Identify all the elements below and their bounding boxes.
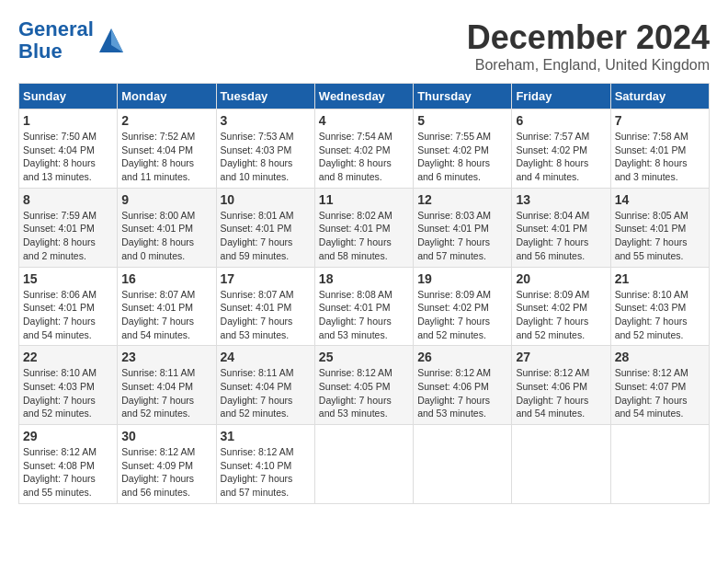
header-row: Sunday Monday Tuesday Wednesday Thursday…: [19, 84, 710, 109]
table-row: 29Sunrise: 8:12 AMSunset: 4:08 PMDayligh…: [19, 425, 118, 504]
table-row: 19Sunrise: 8:09 AMSunset: 4:02 PMDayligh…: [414, 267, 512, 346]
col-monday: Monday: [118, 84, 216, 109]
table-row: 2Sunrise: 7:52 AMSunset: 4:04 PMDaylight…: [118, 109, 216, 189]
table-row: 1Sunrise: 7:50 AMSunset: 4:04 PMDaylight…: [19, 109, 118, 189]
table-row: 24Sunrise: 8:11 AMSunset: 4:04 PMDayligh…: [216, 346, 314, 425]
logo-text: GeneralBlue: [18, 18, 94, 63]
logo-icon: [97, 27, 125, 54]
col-saturday: Saturday: [610, 84, 709, 109]
table-row: 23Sunrise: 8:11 AMSunset: 4:04 PMDayligh…: [118, 346, 216, 425]
table-row: 8Sunrise: 7:59 AMSunset: 4:01 PMDaylight…: [19, 188, 118, 267]
table-row: 14Sunrise: 8:05 AMSunset: 4:01 PMDayligh…: [610, 188, 709, 267]
table-row: 11Sunrise: 8:02 AMSunset: 4:01 PMDayligh…: [314, 188, 413, 267]
table-row: 10Sunrise: 8:01 AMSunset: 4:01 PMDayligh…: [216, 188, 314, 267]
logo: GeneralBlue: [18, 18, 125, 63]
table-row: 5Sunrise: 7:55 AMSunset: 4:02 PMDaylight…: [414, 109, 512, 189]
col-wednesday: Wednesday: [314, 84, 413, 109]
table-row: 20Sunrise: 8:09 AMSunset: 4:02 PMDayligh…: [512, 267, 610, 346]
table-row: 26Sunrise: 8:12 AMSunset: 4:06 PMDayligh…: [414, 346, 512, 425]
table-row: 17Sunrise: 8:07 AMSunset: 4:01 PMDayligh…: [216, 267, 314, 346]
table-row: [314, 425, 413, 504]
table-row: [610, 425, 709, 504]
calendar-row-2: 8Sunrise: 7:59 AMSunset: 4:01 PMDaylight…: [19, 188, 710, 267]
table-row: 22Sunrise: 8:10 AMSunset: 4:03 PMDayligh…: [19, 346, 118, 425]
table-row: 15Sunrise: 8:06 AMSunset: 4:01 PMDayligh…: [19, 267, 118, 346]
table-row: 6Sunrise: 7:57 AMSunset: 4:02 PMDaylight…: [512, 109, 610, 189]
month-title: December 2024: [467, 18, 710, 57]
table-row: 30Sunrise: 8:12 AMSunset: 4:09 PMDayligh…: [118, 425, 216, 504]
table-row: 18Sunrise: 8:08 AMSunset: 4:01 PMDayligh…: [314, 267, 413, 346]
table-row: 7Sunrise: 7:58 AMSunset: 4:01 PMDaylight…: [610, 109, 709, 189]
table-row: 4Sunrise: 7:54 AMSunset: 4:02 PMDaylight…: [314, 109, 413, 189]
table-row: 16Sunrise: 8:07 AMSunset: 4:01 PMDayligh…: [118, 267, 216, 346]
col-thursday: Thursday: [414, 84, 512, 109]
table-row: 31Sunrise: 8:12 AMSunset: 4:10 PMDayligh…: [216, 425, 314, 504]
calendar-row-4: 22Sunrise: 8:10 AMSunset: 4:03 PMDayligh…: [19, 346, 710, 425]
location: Boreham, England, United Kingdom: [467, 57, 710, 74]
table-row: [512, 425, 610, 504]
table-row: 9Sunrise: 8:00 AMSunset: 4:01 PMDaylight…: [118, 188, 216, 267]
title-section: December 2024 Boreham, England, United K…: [467, 18, 710, 74]
col-sunday: Sunday: [19, 84, 118, 109]
col-tuesday: Tuesday: [216, 84, 314, 109]
table-row: 27Sunrise: 8:12 AMSunset: 4:06 PMDayligh…: [512, 346, 610, 425]
table-row: 28Sunrise: 8:12 AMSunset: 4:07 PMDayligh…: [610, 346, 709, 425]
table-row: 13Sunrise: 8:04 AMSunset: 4:01 PMDayligh…: [512, 188, 610, 267]
table-row: 3Sunrise: 7:53 AMSunset: 4:03 PMDaylight…: [216, 109, 314, 189]
table-row: 21Sunrise: 8:10 AMSunset: 4:03 PMDayligh…: [610, 267, 709, 346]
calendar-row-5: 29Sunrise: 8:12 AMSunset: 4:08 PMDayligh…: [19, 425, 710, 504]
table-row: 25Sunrise: 8:12 AMSunset: 4:05 PMDayligh…: [314, 346, 413, 425]
col-friday: Friday: [512, 84, 610, 109]
table-row: 12Sunrise: 8:03 AMSunset: 4:01 PMDayligh…: [414, 188, 512, 267]
calendar-table: Sunday Monday Tuesday Wednesday Thursday…: [18, 83, 710, 504]
table-row: [414, 425, 512, 504]
calendar-row-3: 15Sunrise: 8:06 AMSunset: 4:01 PMDayligh…: [19, 267, 710, 346]
calendar-row-1: 1Sunrise: 7:50 AMSunset: 4:04 PMDaylight…: [19, 109, 710, 189]
page-header: GeneralBlue December 2024 Boreham, Engla…: [18, 18, 710, 74]
